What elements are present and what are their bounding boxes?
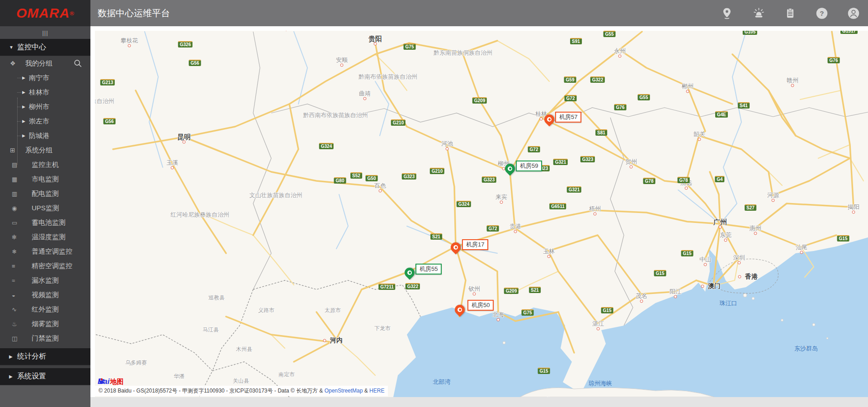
chevron-right-icon: ▶ bbox=[22, 119, 25, 123]
sidebar-menu: ❖ 我的分组 ▶南宁市▶桂林市▶柳州市▶崇左市▶防城港 ⊞ 系统分组 ▤监控主机… bbox=[0, 56, 90, 345]
mains-power-icon: ▦ bbox=[12, 176, 17, 183]
sidebar-item-temp-humidity[interactable]: ✻温湿度监测 bbox=[0, 230, 90, 244]
monitor-item-label: 红外监测 bbox=[0, 305, 59, 314]
video-icon: ◒ bbox=[12, 292, 15, 298]
room-marker-label[interactable]: 机房57 bbox=[555, 112, 581, 123]
sidebar-item-ac[interactable]: ❄普通空调监控 bbox=[0, 244, 90, 259]
baidu-paw-icon bbox=[98, 377, 106, 385]
grid-icon: ⊞ bbox=[10, 147, 15, 154]
sidebar-item-ups[interactable]: ◉UPS监测 bbox=[0, 201, 90, 215]
precision-ac-icon: ≡ bbox=[12, 263, 15, 270]
chevron-down-icon: ▼ bbox=[9, 45, 17, 50]
sidebar-item-infrared[interactable]: ∿红外监测 bbox=[0, 302, 90, 317]
sidebar-item-host[interactable]: ▤监控主机 bbox=[0, 157, 90, 172]
room-marker-label[interactable]: 机房59 bbox=[516, 161, 542, 171]
monitor-item-label: UPS监测 bbox=[0, 204, 59, 213]
chevron-right-icon: ▶ bbox=[9, 374, 17, 379]
smoke-icon: ♨ bbox=[12, 321, 17, 327]
city-group-tree: ▶南宁市▶桂林市▶柳州市▶崇左市▶防城港 bbox=[0, 71, 90, 143]
monitor-item-label: 市电监测 bbox=[0, 175, 59, 184]
section-label: 监控中心 bbox=[17, 43, 46, 52]
top-header: OMARA® 数据中心运维平台 ? bbox=[0, 0, 868, 26]
pin-dot bbox=[547, 118, 551, 121]
monitor-item-label: 漏水监测 bbox=[0, 276, 59, 285]
monitor-item-label: 门禁监测 bbox=[0, 334, 59, 343]
group-badge-icon: ❖ bbox=[10, 60, 16, 67]
sidebar-item-system-group[interactable]: ⊞ 系统分组 bbox=[0, 143, 90, 157]
host-icon: ▤ bbox=[12, 161, 17, 168]
sidebar-collapse-handle[interactable]: ||| bbox=[0, 26, 90, 39]
monitor-item-label: 蓄电池监测 bbox=[0, 218, 66, 227]
sidebar-item-water-leak[interactable]: ≈漏水监测 bbox=[0, 273, 90, 288]
pin-dot bbox=[508, 167, 511, 170]
power-distribution-icon: ▥ bbox=[12, 190, 17, 197]
temp-humidity-icon: ✻ bbox=[12, 234, 17, 241]
attribution-text: © 2018 Baidu - GS(2018)5572号 - 甲测资字11009… bbox=[99, 388, 325, 394]
sidebar-footer-area bbox=[0, 385, 90, 407]
map-artwork bbox=[95, 31, 868, 397]
section-label: 统计分析 bbox=[17, 352, 46, 361]
ac-icon: ❄ bbox=[12, 248, 17, 255]
room-marker-label[interactable]: 机房50 bbox=[467, 300, 494, 311]
baidu-logo-map-word: 地图 bbox=[110, 378, 123, 386]
pin-hole bbox=[457, 306, 463, 312]
pin-dot bbox=[454, 246, 457, 249]
sidebar-item-power-distribution[interactable]: ▥配电监测 bbox=[0, 186, 90, 201]
chevron-right-icon: ▶ bbox=[22, 133, 25, 138]
sidebar-tree-item[interactable]: ▶桂林市 bbox=[0, 85, 90, 99]
chevron-right-icon: ▶ bbox=[22, 90, 25, 95]
svg-text:?: ? bbox=[820, 9, 824, 17]
openstreetmap-link[interactable]: OpenStreetMap bbox=[325, 388, 363, 394]
user-icon[interactable] bbox=[847, 7, 860, 19]
sidebar-item-mains-power[interactable]: ▦市电监测 bbox=[0, 172, 90, 186]
header-icon-group: ? bbox=[721, 0, 868, 26]
sidebar-item-battery[interactable]: ▭蓄电池监测 bbox=[0, 215, 90, 230]
section-label: 系统设置 bbox=[17, 372, 46, 381]
sidebar-tree-item[interactable]: ▶防城港 bbox=[0, 128, 90, 143]
monitor-item-list: ▤监控主机▦市电监测▥配电监测◉UPS监测▭蓄电池监测✻温湿度监测❄普通空调监控… bbox=[0, 157, 90, 345]
ups-icon: ◉ bbox=[12, 205, 17, 212]
sidebar-tree-item[interactable]: ▶柳州市 bbox=[0, 99, 90, 114]
search-icon[interactable] bbox=[73, 59, 82, 69]
chevron-right-icon: ▶ bbox=[22, 76, 25, 80]
bottom-strip bbox=[90, 397, 868, 407]
room-marker-label[interactable]: 机房55 bbox=[415, 264, 442, 274]
sidebar-tree-item[interactable]: ▶南宁市 bbox=[0, 71, 90, 85]
pin-dot bbox=[458, 308, 461, 311]
here-link[interactable]: HERE bbox=[369, 388, 384, 394]
my-groups-label: 我的分组 bbox=[0, 59, 52, 68]
location-icon[interactable] bbox=[721, 7, 733, 19]
sidebar-item-precision-ac[interactable]: ≡精密空调监控 bbox=[0, 259, 90, 273]
brand-logo: OMARA® bbox=[0, 0, 90, 26]
monitor-item-label: 烟雾监测 bbox=[0, 320, 59, 328]
logo-text: OMARA bbox=[16, 5, 70, 21]
sidebar-section-statistics[interactable]: ▶ 统计分析 bbox=[0, 348, 90, 365]
chevron-right-icon: ▶ bbox=[22, 104, 25, 109]
pin-hole bbox=[546, 116, 552, 122]
help-icon[interactable]: ? bbox=[816, 7, 828, 19]
room-marker-label[interactable]: 机房17 bbox=[462, 239, 488, 250]
baidu-map-canvas[interactable]: 贵阳昆明广州香港澳门河内攀枝花六盘水安顺曲靖玉溪河池百色来宾贵港玉林梧州贺州郴州… bbox=[95, 31, 868, 397]
pin-dot bbox=[408, 271, 411, 274]
sidebar-section-settings[interactable]: ▶ 系统设置 bbox=[0, 368, 90, 385]
alarm-icon[interactable] bbox=[752, 7, 765, 19]
monitor-item-label: 温湿度监测 bbox=[0, 233, 66, 241]
sidebar-item-smoke[interactable]: ♨烟雾监测 bbox=[0, 317, 90, 331]
sidebar-tree-item[interactable]: ▶崇左市 bbox=[0, 114, 90, 128]
monitor-item-label: 视频监测 bbox=[0, 291, 59, 299]
baidu-map-logo: Bai 地图 bbox=[98, 377, 123, 386]
report-icon[interactable] bbox=[784, 7, 797, 19]
sidebar-item-door-access[interactable]: ◫门禁监测 bbox=[0, 331, 90, 345]
sidebar-item-my-groups[interactable]: ❖ 我的分组 bbox=[0, 56, 90, 71]
map-attribution: © 2018 Baidu - GS(2018)5572号 - 甲测资字11009… bbox=[95, 386, 388, 396]
logo-registered-mark: ® bbox=[70, 10, 74, 17]
page-title: 数据中心运维平台 bbox=[90, 0, 721, 26]
infrared-icon: ∿ bbox=[12, 306, 17, 313]
main-content: 贵阳昆明广州香港澳门河内攀枝花六盘水安顺曲靖玉溪河池百色来宾贵港玉林梧州贺州郴州… bbox=[90, 26, 868, 407]
sidebar-item-video[interactable]: ◒视频监测 bbox=[0, 288, 90, 302]
sidebar-section-monitor-center[interactable]: ▼ 监控中心 bbox=[0, 39, 90, 56]
app-window: OMARA® 数据中心运维平台 ? ||| ▼ 监控中心 bbox=[0, 0, 868, 407]
monitor-item-label: 配电监测 bbox=[0, 189, 59, 198]
battery-icon: ▭ bbox=[12, 219, 17, 226]
pin-hole bbox=[453, 244, 459, 250]
